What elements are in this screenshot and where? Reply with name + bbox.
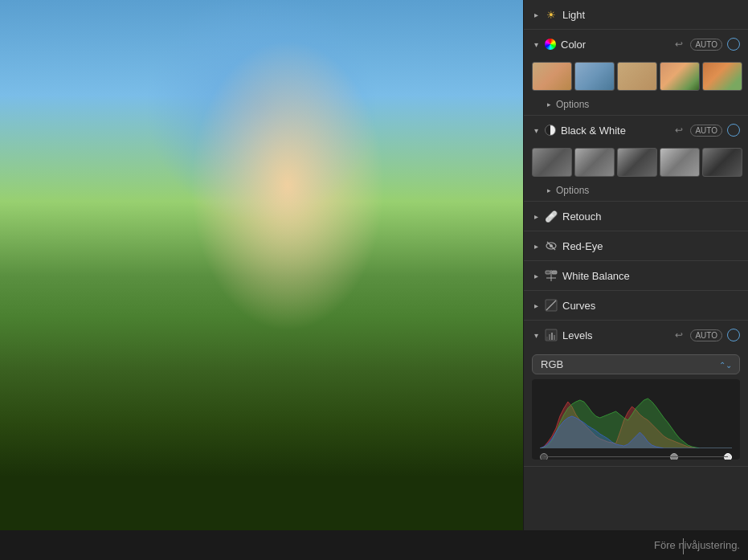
levels-channel-select[interactable]: RGB Red Green Blue (532, 354, 740, 374)
light-section: ☀ Light (524, 0, 748, 30)
red-eye-chevron-icon (532, 242, 540, 250)
bw-chevron-icon (532, 126, 540, 134)
slider-track (544, 456, 728, 457)
svg-rect-4 (552, 271, 557, 274)
curves-section: Curves (524, 291, 748, 321)
color-preset-5[interactable] (702, 62, 742, 91)
color-auto-button[interactable]: AUTO (690, 39, 722, 51)
svg-rect-11 (551, 333, 553, 340)
levels-toggle-button[interactable] (727, 329, 740, 341)
levels-content: RGB Red Green Blue (524, 349, 748, 466)
color-options-row[interactable]: Options (524, 97, 748, 115)
levels-dropdown-wrapper: RGB Red Green Blue (532, 354, 740, 374)
levels-section: Levels ↩ AUTO RGB Red Green Blue (524, 321, 748, 467)
bw-options-label: Options (556, 185, 589, 196)
levels-undo-button[interactable]: ↩ (672, 329, 685, 341)
retouch-title: Retouch (562, 211, 740, 223)
bw-preset-3[interactable] (617, 148, 657, 177)
retouch-chevron-icon (532, 212, 540, 220)
right-panel: ☀ Light Color ↩ AUTO (523, 0, 748, 530)
color-wheel-icon (545, 39, 556, 50)
retouch-section: 🩹 Retouch (524, 202, 748, 231)
caption-text: Före nivåjustering. (654, 539, 740, 551)
color-title: Color (561, 39, 668, 51)
color-controls: ↩ AUTO (672, 38, 740, 51)
svg-rect-10 (549, 334, 550, 340)
levels-dropdown-row: RGB Red Green Blue (524, 349, 748, 379)
levels-auto-button[interactable]: AUTO (690, 329, 722, 341)
bw-preset-5[interactable] (702, 148, 742, 177)
white-balance-chevron-icon (532, 272, 540, 280)
curves-chevron-icon (532, 301, 540, 309)
red-eye-title: Red-Eye (562, 240, 740, 252)
balance-icon (545, 269, 558, 282)
levels-title: Levels (562, 329, 668, 341)
bw-auto-button[interactable]: AUTO (690, 125, 722, 137)
bw-section: Black & White ↩ AUTO Options (524, 116, 748, 202)
bw-preset-2[interactable] (574, 148, 615, 177)
levels-section-header[interactable]: Levels ↩ AUTO (524, 321, 748, 349)
bw-preset-1[interactable] (532, 148, 572, 177)
caption-line (683, 538, 684, 554)
color-options-label: Options (556, 99, 589, 110)
color-chevron-icon (532, 40, 540, 48)
color-preset-1[interactable] (532, 62, 572, 91)
curves-title: Curves (562, 300, 740, 312)
svg-rect-12 (554, 335, 555, 340)
light-chevron-icon (532, 10, 540, 18)
histogram-area (532, 379, 740, 460)
photo-area (0, 0, 523, 530)
photo-image (0, 0, 523, 530)
bw-toggle-button[interactable] (727, 124, 740, 137)
bw-preset-4[interactable] (660, 148, 700, 177)
red-eye-section-header[interactable]: Red-Eye (524, 231, 748, 260)
light-title: Light (562, 9, 740, 21)
color-preset-4[interactable] (660, 62, 700, 91)
color-undo-button[interactable]: ↩ (672, 38, 685, 51)
color-section: Color ↩ AUTO Options (524, 30, 748, 116)
bw-undo-button[interactable]: ↩ (672, 124, 685, 137)
white-balance-section-header[interactable]: White Balance (524, 261, 748, 290)
eye-slash-icon (545, 239, 558, 252)
bw-presets-strip (524, 145, 748, 183)
color-preset-2[interactable] (574, 62, 615, 91)
color-preset-3[interactable] (617, 62, 657, 91)
curves-section-header[interactable]: Curves (524, 291, 748, 320)
white-balance-section: White Balance (524, 261, 748, 291)
white-balance-title: White Balance (562, 270, 740, 282)
histogram-sliders (540, 452, 732, 460)
histogram-chart (540, 384, 732, 448)
levels-controls: ↩ AUTO (672, 329, 740, 341)
color-options-chevron-icon (545, 100, 553, 108)
bw-section-header[interactable]: Black & White ↩ AUTO (524, 116, 748, 145)
color-section-header[interactable]: Color ↩ AUTO (524, 30, 748, 59)
red-eye-section: Red-Eye (524, 231, 748, 261)
caption-area: Före nivåjustering. (0, 530, 748, 560)
bw-half-circle-icon (545, 125, 556, 136)
color-presets-strip (524, 59, 748, 97)
bandage-icon: 🩹 (545, 210, 558, 223)
curves-icon (545, 299, 558, 312)
levels-chevron-icon (532, 331, 540, 339)
bw-options-row[interactable]: Options (524, 183, 748, 201)
bw-options-chevron-icon (545, 186, 553, 194)
bw-controls: ↩ AUTO (672, 124, 740, 137)
levels-icon (545, 329, 558, 341)
light-section-header[interactable]: ☀ Light (524, 0, 748, 29)
svg-rect-3 (546, 271, 550, 274)
svg-rect-9 (546, 337, 548, 340)
svg-rect-13 (556, 337, 557, 340)
sun-icon: ☀ (545, 8, 558, 21)
color-toggle-button[interactable] (727, 38, 740, 51)
bw-title: Black & White (561, 125, 668, 137)
retouch-section-header[interactable]: 🩹 Retouch (524, 202, 748, 231)
